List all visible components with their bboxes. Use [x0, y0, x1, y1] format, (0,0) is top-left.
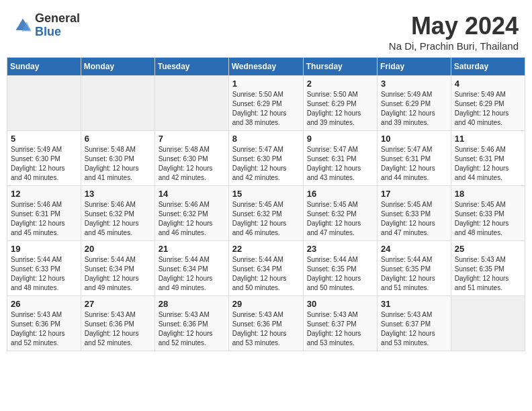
calendar-cell: 5Sunrise: 5:49 AM Sunset: 6:30 PM Daylig…	[7, 131, 81, 186]
month-title: May 2024	[389, 12, 519, 40]
calendar-cell: 12Sunrise: 5:46 AM Sunset: 6:31 PM Dayli…	[7, 186, 81, 241]
calendar-cell	[154, 76, 228, 131]
calendar-cell: 27Sunrise: 5:43 AM Sunset: 6:36 PM Dayli…	[81, 296, 154, 351]
calendar-cell: 30Sunrise: 5:43 AM Sunset: 6:37 PM Dayli…	[303, 296, 377, 351]
calendar-week-4: 19Sunrise: 5:44 AM Sunset: 6:33 PM Dayli…	[7, 241, 525, 296]
calendar-cell	[451, 296, 525, 351]
calendar-cell: 26Sunrise: 5:43 AM Sunset: 6:36 PM Dayli…	[7, 296, 81, 351]
day-info: Sunrise: 5:43 AM Sunset: 6:36 PM Dayligh…	[232, 310, 300, 348]
calendar-cell	[7, 76, 81, 131]
day-number: 2	[307, 79, 373, 89]
calendar-cell: 6Sunrise: 5:48 AM Sunset: 6:30 PM Daylig…	[81, 131, 154, 186]
logo: General Blue	[13, 12, 80, 39]
day-number: 1	[232, 79, 300, 89]
day-info: Sunrise: 5:43 AM Sunset: 6:35 PM Dayligh…	[455, 255, 521, 293]
day-number: 21	[159, 244, 225, 254]
calendar-week-1: 1Sunrise: 5:50 AM Sunset: 6:29 PM Daylig…	[7, 76, 525, 131]
calendar-cell: 16Sunrise: 5:45 AM Sunset: 6:32 PM Dayli…	[303, 186, 377, 241]
title-block: May 2024 Na Di, Prachin Buri, Thailand	[389, 12, 519, 52]
day-info: Sunrise: 5:43 AM Sunset: 6:37 PM Dayligh…	[381, 310, 447, 348]
day-number: 18	[455, 189, 521, 199]
calendar-cell: 21Sunrise: 5:44 AM Sunset: 6:34 PM Dayli…	[154, 241, 228, 296]
weekday-header-monday: Monday	[81, 58, 154, 76]
calendar-cell: 13Sunrise: 5:46 AM Sunset: 6:32 PM Dayli…	[81, 186, 154, 241]
day-info: Sunrise: 5:45 AM Sunset: 6:32 PM Dayligh…	[232, 200, 300, 238]
calendar-cell: 14Sunrise: 5:46 AM Sunset: 6:32 PM Dayli…	[154, 186, 228, 241]
day-info: Sunrise: 5:49 AM Sunset: 6:29 PM Dayligh…	[381, 90, 447, 128]
calendar-week-5: 26Sunrise: 5:43 AM Sunset: 6:36 PM Dayli…	[7, 296, 525, 351]
calendar-cell	[81, 76, 154, 131]
calendar-week-3: 12Sunrise: 5:46 AM Sunset: 6:31 PM Dayli…	[7, 186, 525, 241]
day-info: Sunrise: 5:44 AM Sunset: 6:34 PM Dayligh…	[159, 255, 225, 293]
weekday-header-row: SundayMondayTuesdayWednesdayThursdayFrid…	[7, 58, 525, 76]
calendar-cell: 9Sunrise: 5:47 AM Sunset: 6:31 PM Daylig…	[303, 131, 377, 186]
calendar-cell: 18Sunrise: 5:45 AM Sunset: 6:33 PM Dayli…	[451, 186, 525, 241]
day-number: 6	[85, 134, 151, 144]
logo-general-label: General	[35, 12, 80, 26]
day-info: Sunrise: 5:44 AM Sunset: 6:34 PM Dayligh…	[85, 255, 151, 293]
day-number: 30	[307, 299, 373, 309]
calendar-week-2: 5Sunrise: 5:49 AM Sunset: 6:30 PM Daylig…	[7, 131, 525, 186]
day-info: Sunrise: 5:45 AM Sunset: 6:33 PM Dayligh…	[381, 200, 447, 238]
calendar-cell: 10Sunrise: 5:47 AM Sunset: 6:31 PM Dayli…	[378, 131, 451, 186]
calendar-cell: 4Sunrise: 5:49 AM Sunset: 6:29 PM Daylig…	[451, 76, 525, 131]
day-number: 26	[11, 299, 77, 309]
logo-icon	[13, 16, 32, 35]
day-info: Sunrise: 5:44 AM Sunset: 6:33 PM Dayligh…	[11, 255, 77, 293]
weekday-header-thursday: Thursday	[303, 58, 377, 76]
day-number: 5	[11, 134, 77, 144]
day-number: 3	[381, 79, 447, 89]
day-number: 12	[11, 189, 77, 199]
weekday-header-tuesday: Tuesday	[154, 58, 228, 76]
day-info: Sunrise: 5:48 AM Sunset: 6:30 PM Dayligh…	[159, 145, 225, 183]
calendar-cell: 15Sunrise: 5:45 AM Sunset: 6:32 PM Dayli…	[228, 186, 303, 241]
day-info: Sunrise: 5:43 AM Sunset: 6:36 PM Dayligh…	[11, 310, 77, 348]
day-info: Sunrise: 5:49 AM Sunset: 6:29 PM Dayligh…	[455, 90, 521, 128]
day-info: Sunrise: 5:50 AM Sunset: 6:29 PM Dayligh…	[307, 90, 373, 128]
logo-text: General Blue	[35, 12, 80, 39]
calendar-cell: 28Sunrise: 5:43 AM Sunset: 6:36 PM Dayli…	[154, 296, 228, 351]
day-number: 24	[381, 244, 447, 254]
day-info: Sunrise: 5:45 AM Sunset: 6:32 PM Dayligh…	[307, 200, 373, 238]
day-info: Sunrise: 5:43 AM Sunset: 6:36 PM Dayligh…	[159, 310, 225, 348]
day-number: 20	[85, 244, 151, 254]
day-number: 29	[232, 299, 300, 309]
day-number: 19	[11, 244, 77, 254]
day-info: Sunrise: 5:46 AM Sunset: 6:32 PM Dayligh…	[85, 200, 151, 238]
calendar-cell: 31Sunrise: 5:43 AM Sunset: 6:37 PM Dayli…	[378, 296, 451, 351]
day-info: Sunrise: 5:47 AM Sunset: 6:30 PM Dayligh…	[232, 145, 300, 183]
weekday-header-saturday: Saturday	[451, 58, 525, 76]
day-info: Sunrise: 5:46 AM Sunset: 6:31 PM Dayligh…	[455, 145, 521, 183]
day-info: Sunrise: 5:50 AM Sunset: 6:29 PM Dayligh…	[232, 90, 300, 128]
weekday-header-sunday: Sunday	[7, 58, 81, 76]
day-info: Sunrise: 5:46 AM Sunset: 6:32 PM Dayligh…	[159, 200, 225, 238]
calendar-cell: 8Sunrise: 5:47 AM Sunset: 6:30 PM Daylig…	[228, 131, 303, 186]
day-number: 25	[455, 244, 521, 254]
calendar-cell: 29Sunrise: 5:43 AM Sunset: 6:36 PM Dayli…	[228, 296, 303, 351]
day-number: 22	[232, 244, 300, 254]
day-number: 9	[307, 134, 373, 144]
day-info: Sunrise: 5:46 AM Sunset: 6:31 PM Dayligh…	[11, 200, 77, 238]
day-number: 10	[381, 134, 447, 144]
weekday-header-wednesday: Wednesday	[228, 58, 303, 76]
day-info: Sunrise: 5:47 AM Sunset: 6:31 PM Dayligh…	[381, 145, 447, 183]
day-info: Sunrise: 5:43 AM Sunset: 6:36 PM Dayligh…	[85, 310, 151, 348]
calendar-cell: 24Sunrise: 5:44 AM Sunset: 6:35 PM Dayli…	[378, 241, 451, 296]
day-info: Sunrise: 5:44 AM Sunset: 6:34 PM Dayligh…	[232, 255, 300, 293]
day-number: 4	[455, 79, 521, 89]
day-number: 11	[455, 134, 521, 144]
day-info: Sunrise: 5:45 AM Sunset: 6:33 PM Dayligh…	[455, 200, 521, 238]
day-info: Sunrise: 5:44 AM Sunset: 6:35 PM Dayligh…	[307, 255, 373, 293]
day-number: 31	[381, 299, 447, 309]
day-number: 23	[307, 244, 373, 254]
day-info: Sunrise: 5:44 AM Sunset: 6:35 PM Dayligh…	[381, 255, 447, 293]
calendar-table: SundayMondayTuesdayWednesdayThursdayFrid…	[7, 57, 525, 351]
day-info: Sunrise: 5:47 AM Sunset: 6:31 PM Dayligh…	[307, 145, 373, 183]
day-info: Sunrise: 5:49 AM Sunset: 6:30 PM Dayligh…	[11, 145, 77, 183]
day-number: 8	[232, 134, 300, 144]
day-number: 16	[307, 189, 373, 199]
calendar-cell: 11Sunrise: 5:46 AM Sunset: 6:31 PM Dayli…	[451, 131, 525, 186]
calendar-cell: 3Sunrise: 5:49 AM Sunset: 6:29 PM Daylig…	[378, 76, 451, 131]
day-info: Sunrise: 5:43 AM Sunset: 6:37 PM Dayligh…	[307, 310, 373, 348]
page-header: General Blue May 2024 Na Di, Prachin Bur…	[7, 7, 525, 57]
